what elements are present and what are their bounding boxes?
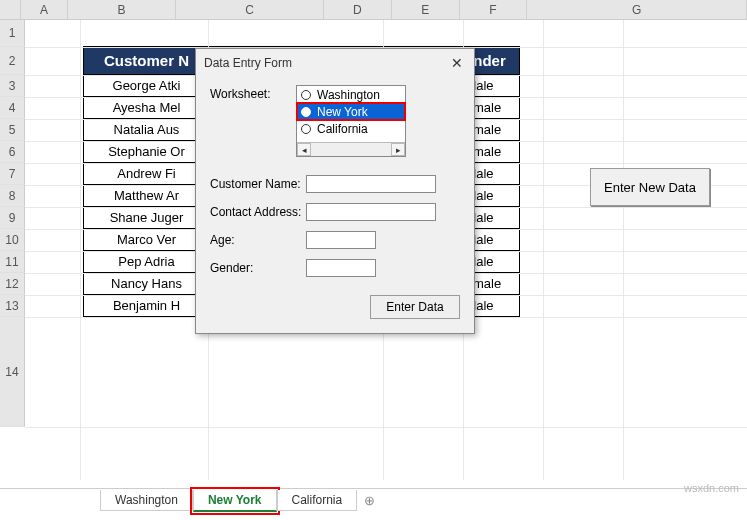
scroll-right-icon[interactable]: ▸ [391, 143, 405, 156]
row-header-4[interactable]: 4 [0, 97, 25, 119]
col-header-F[interactable]: F [460, 0, 528, 19]
worksheet-option-washington[interactable]: Washington [297, 86, 405, 103]
close-icon[interactable]: ✕ [448, 54, 466, 72]
radio-icon [301, 124, 311, 134]
worksheet-option-label: California [317, 122, 368, 136]
col-header-A[interactable]: A [21, 0, 68, 19]
worksheet-option-label: New York [317, 105, 368, 119]
sheet-tab-california[interactable]: California [277, 490, 358, 511]
worksheet-option-label: Washington [317, 88, 380, 102]
cell-name[interactable]: Stephanie Or [84, 141, 210, 163]
scroll-left-icon[interactable]: ◂ [297, 143, 311, 156]
row-header-13[interactable]: 13 [0, 295, 25, 317]
row-header-7[interactable]: 7 [0, 163, 25, 185]
label-contact-address: Contact Address: [210, 205, 306, 219]
add-sheet-icon[interactable]: ⊕ [357, 493, 381, 508]
spreadsheet-area: ABCDEFG 1234567891011121314 Customer N G… [0, 0, 747, 480]
row-header-2[interactable]: 2 [0, 47, 25, 75]
row-headers: 1234567891011121314 [0, 20, 25, 427]
listbox-scrollbar[interactable]: ◂ ▸ [297, 142, 405, 156]
label-customer-name: Customer Name: [210, 177, 306, 191]
column-headers: ABCDEFG [0, 0, 747, 20]
enter-new-data-button[interactable]: Enter New Data [590, 168, 710, 206]
cell-name[interactable]: Ayesha Mel [84, 97, 210, 119]
sheet-tab-new-york[interactable]: New York [193, 490, 277, 512]
col-header-E[interactable]: E [392, 0, 460, 19]
cell-name[interactable]: Marco Ver [84, 229, 210, 251]
row-header-5[interactable]: 5 [0, 119, 25, 141]
cell-name[interactable]: Benjamin H [84, 295, 210, 317]
worksheet-listbox[interactable]: WashingtonNew YorkCalifornia ◂ ▸ [296, 85, 406, 157]
cell-name[interactable]: Nancy Hans [84, 273, 210, 295]
enter-data-button[interactable]: Enter Data [370, 295, 460, 319]
dialog-titlebar: Data Entry Form ✕ [196, 49, 474, 77]
cell-name[interactable]: Pep Adria [84, 251, 210, 273]
worksheet-option-new-york[interactable]: New York [297, 103, 405, 120]
row-header-9[interactable]: 9 [0, 207, 25, 229]
worksheet-label: Worksheet: [210, 85, 296, 101]
dialog-title: Data Entry Form [204, 56, 292, 70]
input-gender[interactable] [306, 259, 376, 277]
select-all-corner[interactable] [0, 0, 21, 19]
col-header-C[interactable]: C [176, 0, 324, 19]
input-contact-address[interactable] [306, 203, 436, 221]
row-header-1[interactable]: 1 [0, 20, 25, 47]
sheet-tab-washington[interactable]: Washington [100, 490, 193, 511]
label-gender: Gender: [210, 261, 306, 275]
worksheet-option-california[interactable]: California [297, 120, 405, 137]
row-header-11[interactable]: 11 [0, 251, 25, 273]
watermark: wsxdn.com [684, 482, 739, 494]
row-header-3[interactable]: 3 [0, 75, 25, 97]
col-header-D[interactable]: D [324, 0, 392, 19]
sheet-tab-bar: WashingtonNew YorkCalifornia⊕ [0, 488, 747, 512]
data-entry-dialog: Data Entry Form ✕ Worksheet: WashingtonN… [195, 48, 475, 334]
row-header-6[interactable]: 6 [0, 141, 25, 163]
col-header-B[interactable]: B [68, 0, 176, 19]
cell-name[interactable]: George Atki [84, 75, 210, 97]
input-customer-name[interactable] [306, 175, 436, 193]
row-header-8[interactable]: 8 [0, 185, 25, 207]
radio-icon [301, 107, 311, 117]
cell-name[interactable]: Andrew Fi [84, 163, 210, 185]
header-customer-name: Customer N [84, 47, 210, 75]
row-header-10[interactable]: 10 [0, 229, 25, 251]
col-header-G[interactable]: G [527, 0, 747, 19]
row-header-14[interactable]: 14 [0, 317, 25, 427]
cell-name[interactable]: Matthew Ar [84, 185, 210, 207]
input-age[interactable] [306, 231, 376, 249]
label-age: Age: [210, 233, 306, 247]
cell-name[interactable]: Shane Juger [84, 207, 210, 229]
radio-icon [301, 90, 311, 100]
cell-name[interactable]: Natalia Aus [84, 119, 210, 141]
row-header-12[interactable]: 12 [0, 273, 25, 295]
